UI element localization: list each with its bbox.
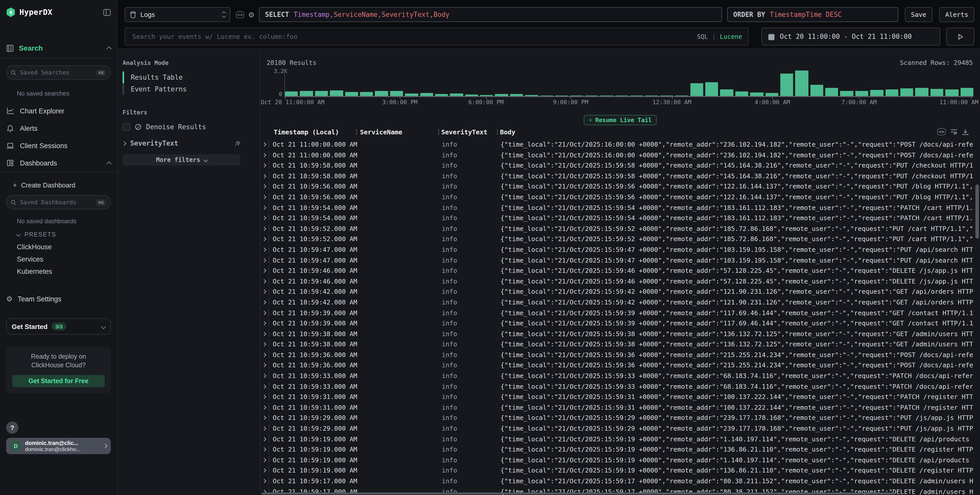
horizontal-scrollbar[interactable] — [261, 492, 895, 495]
table-row[interactable]: Oct 21 10:59:17.000 AMinfo{"time_local":… — [261, 476, 980, 486]
sidebar-item-alerts[interactable]: Alerts — [6, 123, 111, 134]
histogram-bar[interactable] — [870, 90, 883, 96]
user-menu[interactable]: D dominic.tran@clic... dominic.tran@clic… — [6, 438, 111, 454]
tab-event-patterns[interactable]: Event Patterns — [123, 83, 240, 95]
sidebar-collapse-icon[interactable] — [103, 8, 111, 16]
expand-chevron-icon[interactable] — [262, 332, 266, 336]
col-resize-handle[interactable] — [497, 129, 498, 135]
expand-chevron-icon[interactable] — [262, 153, 266, 157]
presets-toggle[interactable]: PRESETS — [6, 231, 111, 237]
sidebar-item-client-sessions[interactable]: Client Sessions — [6, 140, 111, 151]
order-by-input[interactable]: ORDER BY TimestampTime DESC — [727, 7, 898, 22]
table-row[interactable]: Oct 21 10:59:46.000 AMinfo{"time_local":… — [261, 275, 980, 286]
expand-chevron-icon[interactable] — [262, 248, 266, 252]
language-sql-toggle[interactable]: SQL — [697, 33, 708, 40]
expand-chevron-icon[interactable] — [262, 427, 266, 431]
table-row[interactable]: Oct 21 10:59:46.000 AMinfo{"time_local":… — [261, 265, 980, 275]
expand-chevron-icon[interactable] — [262, 226, 266, 231]
help-button[interactable]: ? — [6, 422, 18, 434]
expand-chevron-icon[interactable] — [262, 195, 266, 199]
histogram-bar[interactable] — [360, 92, 373, 96]
table-row[interactable]: Oct 21 10:59:31.000 AMinfo{"time_local":… — [261, 402, 980, 412]
histogram-bar[interactable] — [300, 91, 313, 96]
table-row[interactable]: Oct 21 10:59:56.000 AMinfo{"time_local":… — [261, 181, 980, 191]
table-row[interactable]: Oct 21 10:59:47.000 AMinfo{"time_local":… — [261, 255, 980, 265]
histogram-bar[interactable] — [450, 94, 463, 96]
histogram-bar[interactable] — [705, 82, 718, 96]
histogram-bar[interactable] — [720, 89, 733, 96]
expand-chevron-icon[interactable] — [262, 479, 266, 483]
more-filters-button[interactable]: More filters — [123, 154, 240, 166]
histogram-bar[interactable] — [885, 89, 898, 96]
table-row[interactable]: Oct 21 10:59:38.000 AMinfo{"time_local":… — [261, 339, 980, 349]
histogram-bar[interactable] — [315, 91, 328, 96]
histogram-bar[interactable] — [750, 92, 763, 96]
histogram-bar[interactable] — [840, 91, 853, 96]
sidebar-item-team-settings[interactable]: ⚙ Team Settings — [6, 293, 111, 304]
preset-item[interactable]: ClickHouse — [6, 244, 111, 250]
run-query-button[interactable] — [946, 28, 974, 45]
table-row[interactable]: Oct 21 11:00:00.000 AMinfo{"time_local":… — [261, 139, 980, 150]
expand-chevron-icon[interactable] — [262, 437, 266, 441]
table-row[interactable]: Oct 21 10:59:36.000 AMinfo{"time_local":… — [261, 349, 980, 360]
expand-chevron-icon[interactable] — [262, 311, 266, 315]
preset-item[interactable]: Kubernetes — [6, 268, 111, 275]
table-row[interactable]: Oct 21 10:59:54.000 AMinfo{"time_local":… — [261, 202, 980, 213]
expand-chevron-icon[interactable] — [262, 405, 266, 409]
time-range-picker[interactable]: Oct 20 11:00:00 - Oct 21 11:00:00 — [761, 28, 940, 45]
expand-chevron-icon[interactable] — [262, 395, 266, 399]
expand-chevron-icon[interactable] — [262, 185, 266, 188]
table-row[interactable]: Oct 21 10:59:54.000 AMinfo{"time_local":… — [261, 213, 980, 223]
severity-filter-group[interactable]: SeverityText — [123, 140, 240, 147]
create-dashboard-button[interactable]: + Create Dashboard — [6, 180, 111, 190]
histogram-bar[interactable] — [345, 92, 358, 96]
table-row[interactable]: Oct 21 10:59:19.000 AMinfo{"time_local":… — [261, 433, 980, 444]
histogram-bar[interactable] — [285, 91, 298, 96]
col-servicename[interactable]: ServiceName — [360, 128, 402, 136]
source-select[interactable]: Logs — [125, 7, 230, 22]
get-started-free-button[interactable]: Get Started for Free — [12, 375, 105, 387]
preset-item[interactable]: Services — [6, 256, 111, 263]
histogram-bar[interactable] — [825, 88, 838, 96]
expand-chevron-icon[interactable] — [262, 374, 266, 378]
saved-searches-input[interactable]: Saved Searches ⌘K — [6, 65, 111, 80]
histogram-bar[interactable] — [330, 91, 343, 96]
histogram-bar[interactable] — [390, 91, 403, 96]
expand-chevron-icon[interactable] — [262, 322, 266, 325]
expand-chevron-icon[interactable] — [262, 447, 266, 452]
expand-chevron-icon[interactable] — [262, 143, 266, 146]
histogram-bar[interactable] — [931, 89, 943, 96]
table-row[interactable]: Oct 21 10:59:19.000 AMinfo{"time_local":… — [261, 444, 980, 454]
histogram-bar[interactable] — [735, 91, 748, 96]
col-body[interactable]: Body — [500, 128, 515, 136]
col-resize-handle[interactable] — [356, 129, 357, 135]
saved-dashboards-input[interactable]: Saved Dashboards ⌘K — [6, 195, 111, 209]
download-icon[interactable] — [962, 129, 969, 135]
table-row[interactable]: Oct 21 10:59:39.000 AMinfo{"time_local":… — [261, 318, 980, 328]
sidebar-item-chart-explorer[interactable]: Chart Explorer — [6, 105, 111, 116]
table-row[interactable]: Oct 21 10:59:42.000 AMinfo{"time_local":… — [261, 286, 980, 297]
histogram-bar[interactable] — [960, 88, 974, 96]
expand-chevron-icon[interactable] — [262, 416, 266, 420]
expand-chevron-icon[interactable] — [262, 300, 266, 304]
histogram-bar[interactable] — [855, 91, 869, 96]
table-row[interactable]: Oct 21 10:59:19.000 AMinfo{"time_local":… — [261, 455, 980, 465]
event-search-input[interactable] — [131, 32, 697, 41]
table-row[interactable]: Oct 21 10:59:29.000 AMinfo{"time_local":… — [261, 423, 980, 433]
table-row[interactable]: Oct 21 10:59:19.000 AMinfo{"time_local":… — [261, 465, 980, 476]
language-lucene-toggle[interactable]: Lucene — [720, 33, 742, 40]
table-row[interactable]: Oct 21 10:59:52.000 AMinfo{"time_local":… — [261, 223, 980, 234]
table-row[interactable]: Oct 21 10:59:36.000 AMinfo{"time_local":… — [261, 360, 980, 370]
vertical-scrollbar[interactable] — [975, 185, 979, 239]
table-row[interactable]: Oct 21 10:59:33.000 AMinfo{"time_local":… — [261, 370, 980, 381]
expand-chevron-icon[interactable] — [262, 164, 266, 167]
sidebar-item-dashboards[interactable]: Dashboards — [6, 158, 111, 169]
expand-chevron-icon[interactable] — [262, 279, 266, 283]
select-clause-input[interactable]: SELECT Timestamp,ServiceName,SeverityTex… — [259, 7, 722, 22]
histogram-bar[interactable] — [945, 89, 958, 96]
histogram-bar[interactable] — [795, 70, 808, 96]
histogram-bar[interactable] — [765, 93, 778, 96]
denoise-checkbox[interactable] — [123, 123, 130, 131]
alerts-button[interactable]: Alerts — [939, 7, 974, 22]
histogram-bar[interactable] — [690, 83, 703, 96]
